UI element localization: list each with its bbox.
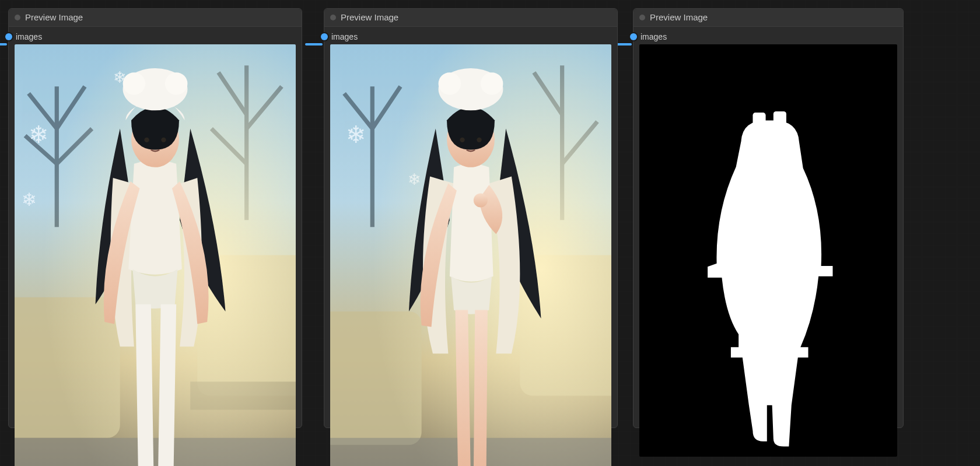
node-status-dot-icon — [330, 15, 336, 20]
svg-point-46 — [477, 138, 481, 142]
node-preview-image[interactable]: Preview Image images — [633, 8, 904, 428]
wire-stub — [305, 43, 323, 45]
svg-point-23 — [161, 138, 166, 142]
node-graph-canvas[interactable]: Preview Image images — [0, 0, 980, 466]
node-body: images — [324, 27, 617, 466]
preview-image[interactable] — [639, 44, 897, 457]
input-port-label: images — [331, 32, 358, 41]
port-dot-icon[interactable] — [321, 33, 328, 40]
svg-rect-51 — [752, 113, 765, 125]
svg-rect-52 — [774, 111, 786, 124]
svg-point-21 — [165, 72, 188, 95]
input-port[interactable]: images — [15, 30, 296, 43]
node-title: Preview Image — [25, 12, 83, 23]
svg-point-22 — [144, 138, 149, 142]
svg-point-40 — [474, 193, 488, 207]
svg-rect-53 — [726, 237, 732, 244]
input-port[interactable]: images — [639, 30, 897, 43]
svg-rect-17 — [15, 438, 296, 466]
node-status-dot-icon — [15, 15, 20, 20]
node-header[interactable]: Preview Image — [634, 9, 903, 27]
port-dot-icon[interactable] — [630, 33, 637, 40]
svg-point-20 — [123, 72, 146, 95]
node-body: images — [9, 27, 302, 466]
node-title: Preview Image — [650, 12, 708, 23]
preview-image[interactable]: ❄ ❄ ❄ — [15, 44, 296, 466]
input-port-label: images — [640, 32, 667, 41]
svg-point-44 — [481, 72, 503, 95]
preview-image[interactable]: ❄ ❄ — [330, 44, 611, 466]
svg-rect-55 — [736, 321, 741, 327]
input-port[interactable]: images — [330, 30, 611, 43]
node-preview-image[interactable]: Preview Image images — [324, 8, 618, 428]
node-header[interactable]: Preview Image — [324, 9, 617, 27]
svg-point-45 — [460, 138, 464, 142]
node-title: Preview Image — [341, 12, 398, 23]
port-dot-icon[interactable] — [5, 33, 12, 40]
node-preview-image[interactable]: Preview Image images — [8, 8, 302, 428]
input-port-label: images — [16, 32, 42, 41]
node-body: images — [634, 27, 903, 463]
node-status-dot-icon — [639, 15, 645, 20]
wire-stub — [0, 43, 7, 45]
svg-rect-39 — [330, 438, 611, 466]
svg-rect-54 — [807, 244, 813, 251]
svg-point-43 — [439, 72, 461, 95]
node-header[interactable]: Preview Image — [9, 9, 302, 27]
